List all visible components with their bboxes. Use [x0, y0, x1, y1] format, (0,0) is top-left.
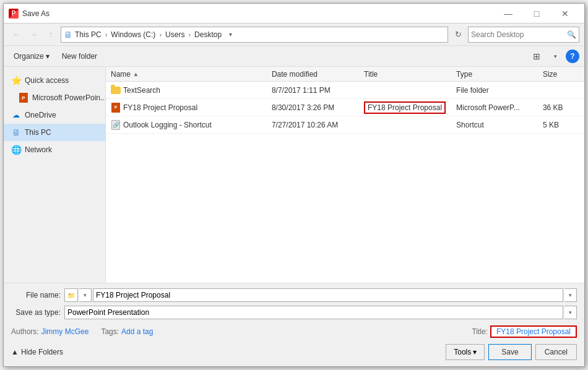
- quick-access-icon: ⭐: [11, 75, 21, 85]
- file-name: Outlook Logging - Shortcut: [123, 121, 212, 129]
- file-size: 5 KB: [538, 121, 584, 129]
- sidebar-label-this-pc: This PC: [25, 128, 51, 137]
- sort-arrow: ▲: [133, 71, 139, 77]
- file-name-dropdown-button[interactable]: ▾: [564, 288, 577, 302]
- title-bar-buttons: — □ ✕: [494, 4, 579, 24]
- forward-button[interactable]: →: [26, 27, 41, 42]
- file-icon-dropdown[interactable]: ▾: [79, 288, 92, 302]
- action-buttons-row: ▲ Hide Folders Tools ▾ Save Cancel: [11, 340, 577, 361]
- new-folder-button[interactable]: New folder: [57, 48, 102, 64]
- table-row[interactable]: 🔗 Outlook Logging - Shortcut 7/27/2017 1…: [106, 116, 584, 134]
- file-list-header: Name ▲ Date modified Title Type Size: [106, 67, 584, 82]
- hide-folders-label: Hide Folders: [21, 348, 63, 356]
- tools-button[interactable]: Tools ▾: [446, 344, 485, 360]
- save-as-type-row: Save as type: PowerPoint Presentation ▾: [11, 306, 577, 319]
- column-date-header[interactable]: Date modified: [267, 70, 359, 79]
- hide-folders-button[interactable]: ▲ Hide Folders: [11, 348, 63, 356]
- file-list: Name ▲ Date modified Title Type Size: [106, 67, 584, 283]
- file-date: 8/7/2017 1:11 PM: [267, 86, 359, 95]
- table-row[interactable]: TextSearch 8/7/2017 1:11 PM File folder: [106, 82, 584, 99]
- minimize-button[interactable]: —: [494, 4, 522, 24]
- folder-icon: [111, 85, 121, 95]
- file-name: FY18 Project Proposal: [123, 103, 197, 112]
- save-type-dropdown[interactable]: ▾: [564, 306, 577, 319]
- tags-label: Tags:: [101, 327, 119, 336]
- save-button[interactable]: Save: [488, 344, 531, 360]
- refresh-button[interactable]: ↻: [451, 27, 465, 42]
- view-button[interactable]: ⊞: [529, 48, 545, 64]
- address-bar: 🖥 This PC › Windows (C:) › Users › Deskt…: [61, 27, 448, 43]
- maximize-button[interactable]: □: [522, 4, 551, 24]
- highlighted-title: FY18 Project Proposal: [364, 101, 446, 114]
- breadcrumb-windows[interactable]: Windows (C:): [111, 30, 155, 39]
- breadcrumb-desktop[interactable]: Desktop: [194, 30, 222, 39]
- breadcrumb-thispc[interactable]: This PC: [75, 30, 102, 39]
- file-date: 8/30/2017 3:26 PM: [267, 103, 359, 112]
- save-as-label: Save as type:: [11, 308, 61, 317]
- save-as-input-area: PowerPoint Presentation ▾: [64, 306, 577, 319]
- organize-button[interactable]: Organize ▾: [9, 48, 54, 64]
- ms-powerpoint-icon: P: [19, 93, 28, 103]
- column-title-header[interactable]: Title: [359, 70, 451, 79]
- navigation-toolbar: ← → ↑ 🖥 This PC › Windows (C:) › Users ›…: [4, 24, 584, 46]
- tools-dropdown-arrow: ▾: [473, 348, 477, 356]
- up-button[interactable]: ↑: [43, 27, 58, 42]
- authors-section: Authors: Jimmy McGee: [11, 327, 89, 336]
- column-type-header[interactable]: Type: [451, 70, 538, 79]
- powerpoint-file-icon: P: [111, 103, 121, 113]
- search-input[interactable]: [471, 30, 564, 39]
- cancel-button[interactable]: Cancel: [535, 344, 577, 360]
- this-pc-icon: 🖥: [11, 127, 21, 137]
- sidebar: ⭐ Quick access P Microsoft PowerPoin... …: [4, 67, 106, 283]
- thispc-icon: 🖥: [64, 30, 72, 40]
- app-icon: P: [9, 9, 19, 19]
- close-button[interactable]: ✕: [551, 4, 579, 24]
- save-type-select[interactable]: PowerPoint Presentation: [64, 306, 563, 319]
- sidebar-label-quick-access: Quick access: [25, 76, 69, 85]
- sidebar-item-quick-access[interactable]: ⭐ Quick access: [4, 72, 105, 89]
- tags-section: Tags: Add a tag: [101, 327, 153, 336]
- title-value-highlighted[interactable]: FY18 Project Proposal: [490, 325, 577, 338]
- breadcrumb-users[interactable]: Users: [165, 30, 184, 39]
- title-bar: P Save As — □ ✕: [4, 4, 584, 24]
- file-date: 7/27/2017 10:26 AM: [267, 121, 359, 129]
- sidebar-item-network[interactable]: 🌐 Network: [4, 141, 105, 158]
- sidebar-label-onedrive: OneDrive: [25, 111, 56, 119]
- sidebar-label-powerpoint: Microsoft PowerPoin...: [32, 93, 106, 102]
- column-size-header[interactable]: Size: [538, 70, 584, 79]
- sidebar-item-this-pc[interactable]: 🖥 This PC: [4, 124, 105, 141]
- shortcut-icon: 🔗: [111, 120, 121, 130]
- tags-value[interactable]: Add a tag: [121, 327, 153, 336]
- onedrive-icon: ☁: [11, 110, 21, 120]
- file-type: Microsoft PowerP...: [451, 103, 538, 112]
- hide-folders-icon: ▲: [11, 348, 19, 356]
- dialog-title: Save As: [22, 9, 494, 18]
- help-button[interactable]: ?: [566, 49, 579, 63]
- network-icon: 🌐: [11, 145, 21, 155]
- sidebar-item-onedrive[interactable]: ☁ OneDrive: [4, 106, 105, 124]
- sidebar-item-powerpoint[interactable]: P Microsoft PowerPoin...: [4, 89, 105, 106]
- search-icon: 🔍: [567, 30, 576, 39]
- address-dropdown-button[interactable]: ▾: [224, 28, 236, 41]
- back-button[interactable]: ←: [9, 27, 24, 42]
- authors-label: Authors:: [11, 327, 39, 336]
- file-name-label: File name:: [11, 291, 61, 299]
- file-title: FY18 Project Proposal: [359, 103, 451, 112]
- sidebar-label-network: Network: [25, 145, 52, 154]
- file-name-input[interactable]: [93, 288, 563, 302]
- main-content: ⭐ Quick access P Microsoft PowerPoin... …: [4, 67, 584, 283]
- metadata-row: Authors: Jimmy McGee Tags: Add a tag Tit…: [11, 323, 577, 340]
- file-name-row: File name: 📁 ▾ ▾: [11, 288, 577, 302]
- file-name-input-area: 📁 ▾ ▾: [64, 288, 577, 302]
- file-icon-button[interactable]: 📁: [64, 288, 78, 302]
- file-name: TextSearch: [123, 86, 160, 95]
- table-row[interactable]: P FY18 Project Proposal 8/30/2017 3:26 P…: [106, 99, 584, 116]
- title-section: Title: FY18 Project Proposal: [472, 325, 577, 338]
- column-name-header[interactable]: Name ▲: [106, 70, 267, 79]
- view-dropdown-button[interactable]: ▾: [547, 48, 563, 64]
- authors-value[interactable]: Jimmy McGee: [41, 327, 89, 336]
- file-size: 36 KB: [538, 103, 584, 112]
- search-box: 🔍: [468, 27, 579, 43]
- file-type: Shortcut: [451, 121, 538, 129]
- bottom-area: File name: 📁 ▾ ▾ Save as type: PowerPoin…: [4, 283, 584, 366]
